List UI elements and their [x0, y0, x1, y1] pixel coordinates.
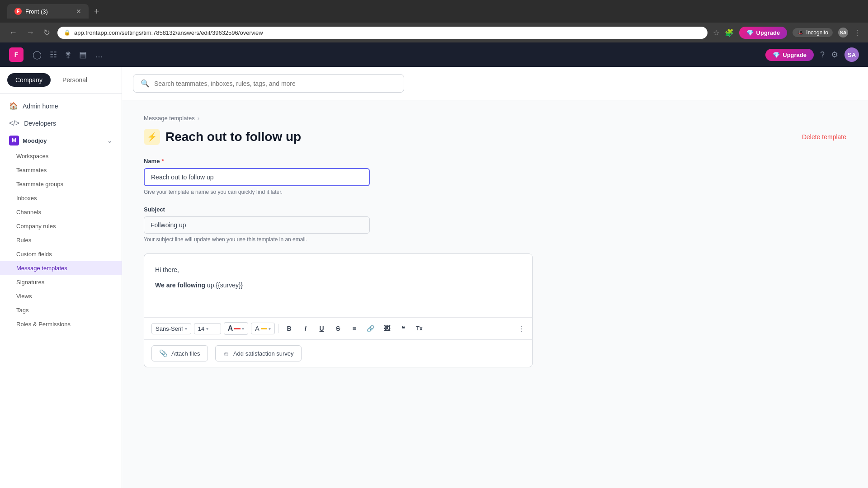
inbox-icon[interactable]: ◯ [33, 50, 42, 60]
editor-body[interactable]: Hi there, We are following up.{{survey}} [144, 254, 532, 317]
browser-tab[interactable]: F Front (3) ✕ [7, 4, 89, 19]
subject-section: Subject Follwoing up Your subject line w… [144, 206, 846, 243]
user-avatar[interactable]: SA [844, 47, 859, 62]
app-header: F ◯ ☷ ⚵ ▤ … 💎 Upgrade ? ⚙ SA [0, 42, 868, 67]
analytics-icon[interactable]: ▤ [79, 50, 87, 60]
attach-files-button[interactable]: 📎 Attach files [151, 345, 208, 361]
moodjoy-section-header[interactable]: M Moodjoy ⌄ [0, 132, 122, 149]
highlight-swatch [261, 328, 267, 329]
color-chevron-icon: ▾ [242, 326, 244, 331]
sidebar-item-developers[interactable]: </> Developers [0, 115, 122, 132]
sidebar-item-rules[interactable]: Rules [0, 233, 122, 247]
name-label: Name * [144, 158, 846, 164]
gem-icon: 💎 [773, 52, 780, 58]
content-body: Message templates › ⚡ Reach out to follo… [122, 100, 868, 382]
sidebar-item-tags[interactable]: Tags [0, 303, 122, 317]
chevron-down-icon: ⌄ [107, 137, 113, 144]
favicon-icon: F [14, 8, 22, 15]
sidebar-item-signatures[interactable]: Signatures [0, 275, 122, 289]
page-title-area: ⚡ Reach out to follow up [144, 129, 301, 145]
sidebar-item-message-templates[interactable]: Message templates [0, 261, 122, 275]
list-button[interactable]: ≡ [348, 322, 361, 335]
sidebar-item-company-rules[interactable]: Company rules [0, 219, 122, 233]
diamond-icon: 💎 [746, 29, 754, 36]
delete-template-button[interactable]: Delete template [802, 133, 846, 141]
template-icon: ⚡ [144, 129, 160, 145]
breadcrumb-parent[interactable]: Message templates [144, 115, 195, 122]
main-layout: Company Personal 🏠 Admin home </> Develo… [0, 67, 868, 488]
reload-button[interactable]: ↻ [42, 26, 52, 39]
quote-button[interactable]: ❝ [396, 322, 410, 335]
sidebar-item-inboxes[interactable]: Inboxes [0, 191, 122, 205]
home-icon: 🏠 [9, 102, 18, 110]
menu-dots-icon[interactable]: ⋮ [854, 28, 861, 37]
calendar-icon[interactable]: ☷ [50, 50, 57, 60]
name-input[interactable] [144, 168, 370, 186]
italic-button[interactable]: I [299, 322, 312, 335]
font-chevron-icon: ▾ [185, 326, 187, 331]
add-survey-button[interactable]: ☺ Add satisfaction survey [215, 345, 302, 361]
editor-toolbar: Sans-Serif ▾ 14 ▾ A ▾ A [144, 317, 532, 339]
underline-button[interactable]: U [315, 322, 329, 335]
clear-format-button[interactable]: Tx [413, 322, 426, 335]
search-icon: 🔍 [141, 79, 150, 88]
highlight-chevron-icon: ▾ [269, 326, 271, 331]
survey-icon: ☺ [223, 350, 230, 357]
sidebar-item-views[interactable]: Views [0, 289, 122, 303]
subject-label: Subject [144, 206, 846, 213]
incognito-badge: 🎩 Incognito [793, 28, 833, 37]
highlight-color-button[interactable]: A ▾ [251, 323, 274, 334]
sidebar-item-workspaces[interactable]: Workspaces [0, 149, 122, 163]
search-bar-area: 🔍 [122, 67, 868, 100]
sidebar-item-channels[interactable]: Channels [0, 205, 122, 219]
company-tab[interactable]: Company [7, 73, 51, 87]
color-swatch [234, 328, 241, 329]
browser-toolbar: ← → ↻ 🔒 app.frontapp.com/settings/tim:78… [0, 23, 868, 42]
sidebar-item-admin-home[interactable]: 🏠 Admin home [0, 97, 122, 115]
contacts-icon[interactable]: ⚵ [65, 50, 71, 60]
paperclip-icon: 📎 [159, 349, 168, 357]
font-size-select[interactable]: 14 ▾ [194, 323, 221, 334]
tab-close-icon[interactable]: ✕ [76, 8, 81, 15]
size-chevron-icon: ▾ [206, 326, 208, 331]
star-icon[interactable]: ☆ [713, 28, 719, 37]
toolbar-more-button[interactable]: ⋮ [518, 324, 525, 333]
new-tab-button[interactable]: + [94, 6, 99, 17]
upgrade-button[interactable]: 💎 Upgrade [739, 27, 788, 39]
back-button[interactable]: ← [7, 26, 19, 39]
sidebar-item-roles-permissions[interactable]: Roles & Permissions [0, 317, 122, 331]
subject-hint: Your subject line will update when you u… [144, 236, 846, 243]
strikethrough-button[interactable]: S [331, 322, 345, 335]
editor-rest-text: up.{{survey}} [205, 282, 243, 289]
moodjoy-title: M Moodjoy [9, 136, 47, 145]
incognito-avatar[interactable]: SA [838, 28, 848, 38]
search-input[interactable] [154, 80, 396, 87]
settings-icon[interactable]: ⚙ [831, 50, 838, 60]
incognito-hat-icon: 🎩 [797, 29, 804, 36]
name-section: Name * Give your template a name so you … [144, 158, 846, 195]
font-family-select[interactable]: Sans-Serif ▾ [151, 323, 191, 334]
required-indicator: * [161, 158, 164, 164]
image-button[interactable]: 🖼 [380, 322, 394, 335]
url-text: app.frontapp.com/settings/tim:7858132/an… [74, 29, 263, 36]
editor-line-2: We are following up.{{survey}} [155, 280, 521, 290]
app-logo: F [9, 47, 24, 62]
more-icon[interactable]: … [95, 50, 103, 60]
name-hint: Give your template a name so you can qui… [144, 189, 846, 195]
forward-button[interactable]: → [24, 26, 36, 39]
sidebar-item-teammates[interactable]: Teammates [0, 163, 122, 177]
extension-icon[interactable]: 🧩 [725, 28, 734, 37]
help-icon[interactable]: ? [820, 50, 825, 60]
sidebar-item-teammate-groups[interactable]: Teammate groups [0, 177, 122, 191]
address-bar[interactable]: 🔒 app.frontapp.com/settings/tim:7858132/… [57, 27, 708, 39]
personal-tab[interactable]: Personal [54, 73, 95, 87]
bold-button[interactable]: B [283, 322, 296, 335]
font-color-button[interactable]: A ▾ [224, 322, 249, 335]
link-button[interactable]: 🔗 [364, 322, 377, 335]
sidebar-nav: 🏠 Admin home </> Developers M Moodjoy ⌄ … [0, 94, 122, 335]
sidebar: Company Personal 🏠 Admin home </> Develo… [0, 67, 122, 488]
sidebar-item-custom-fields[interactable]: Custom fields [0, 247, 122, 261]
header-upgrade-button[interactable]: 💎 Upgrade [765, 49, 814, 61]
breadcrumb-separator: › [198, 115, 199, 122]
breadcrumb: Message templates › [144, 115, 846, 122]
